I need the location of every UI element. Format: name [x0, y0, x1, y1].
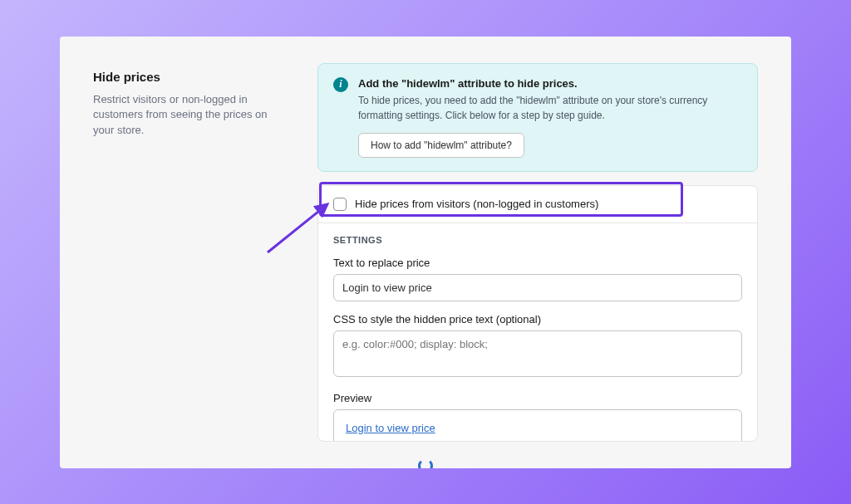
css-style-textarea[interactable]: [333, 330, 742, 377]
loading-spinner-icon: [418, 458, 433, 468]
info-banner-text: To hide prices, you need to add the "hid…: [358, 93, 742, 123]
settings-panel: Hide prices Restrict visitors or non-log…: [60, 37, 791, 468]
section-description-column: Hide prices Restrict visitors or non-log…: [93, 63, 284, 442]
css-style-label: CSS to style the hidden price text (opti…: [333, 313, 742, 325]
replace-text-label: Text to replace price: [333, 257, 742, 269]
settings-header: SETTINGS: [333, 235, 742, 245]
hide-prices-card: Hide prices from visitors (non-logged in…: [317, 185, 758, 442]
settings-body: SETTINGS Text to replace price CSS to st…: [318, 223, 757, 442]
preview-box: Login to view price: [333, 409, 742, 442]
section-content-column: i Add the "hidewlm" attribute to hide pr…: [317, 63, 758, 442]
info-icon: i: [333, 77, 348, 92]
preview-label: Preview: [333, 392, 742, 404]
info-banner: i Add the "hidewlm" attribute to hide pr…: [317, 63, 758, 172]
hide-prices-checkbox[interactable]: [333, 198, 347, 211]
info-banner-title: Add the "hidewlm" attribute to hide pric…: [358, 77, 742, 90]
hide-prices-checkbox-label: Hide prices from visitors (non-logged in…: [355, 198, 598, 210]
info-banner-body: Add the "hidewlm" attribute to hide pric…: [358, 77, 742, 158]
section-description: Restrict visitors or non-logged in custo…: [93, 92, 284, 139]
hide-prices-checkbox-row[interactable]: Hide prices from visitors (non-logged in…: [318, 186, 757, 223]
how-to-add-attribute-button[interactable]: How to add "hidewlm" attribute?: [358, 133, 524, 158]
preview-link[interactable]: Login to view price: [346, 422, 435, 434]
section-heading: Hide prices: [93, 70, 284, 84]
replace-text-input[interactable]: [333, 274, 742, 301]
